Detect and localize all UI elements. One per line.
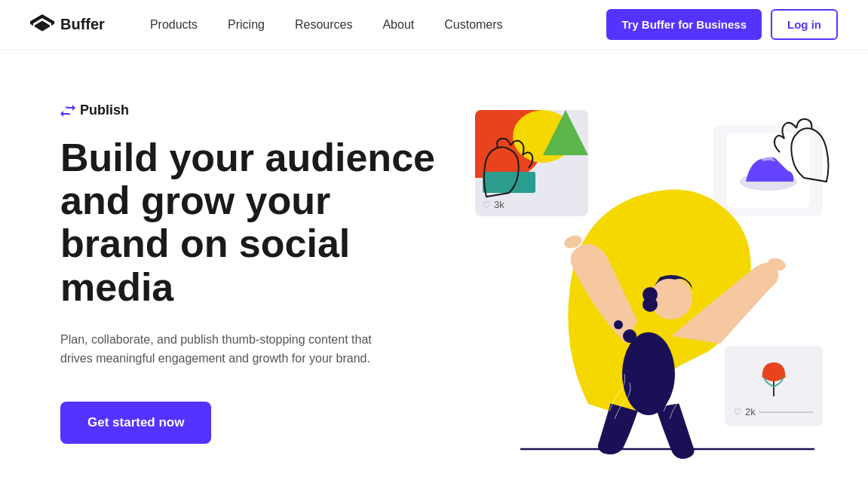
publish-badge: Publish	[60, 102, 452, 118]
nav-item-customers[interactable]: Customers	[444, 18, 532, 32]
hand-right	[766, 118, 834, 193]
hero-heading: Build your audience and grow your brand …	[60, 136, 452, 309]
nav-links: Products Pricing Resources About Custome…	[150, 18, 606, 32]
nav-item-resources[interactable]: Resources	[295, 18, 382, 32]
hero-content: Publish Build your audience and grow you…	[60, 95, 452, 444]
nav-item-about[interactable]: About	[382, 18, 444, 32]
try-buffer-button[interactable]: Try Buffer for Business	[606, 9, 762, 40]
svg-point-10	[614, 320, 623, 329]
hand-left	[479, 136, 539, 204]
hero-illustration: ♡ 3k	[452, 95, 838, 486]
hero-section: Publish Build your audience and grow you…	[0, 50, 868, 486]
nav-actions: Try Buffer for Business Log in	[606, 9, 838, 40]
svg-point-8	[643, 297, 658, 312]
logo-text: Buffer	[60, 16, 105, 33]
publish-icon	[60, 103, 75, 118]
svg-point-9	[623, 329, 636, 343]
nav-item-pricing[interactable]: Pricing	[228, 18, 295, 32]
buffer-logo-icon	[30, 14, 54, 35]
publish-label: Publish	[80, 102, 129, 118]
svg-point-2	[622, 332, 675, 415]
get-started-button[interactable]: Get started now	[60, 402, 211, 444]
hero-subtext: Plan, collaborate, and publish thumb-sto…	[60, 330, 377, 368]
nav-item-products[interactable]: Products	[150, 18, 228, 32]
logo[interactable]: Buffer	[30, 14, 105, 35]
login-button[interactable]: Log in	[771, 9, 838, 40]
navbar: Buffer Products Pricing Resources About …	[0, 0, 868, 50]
